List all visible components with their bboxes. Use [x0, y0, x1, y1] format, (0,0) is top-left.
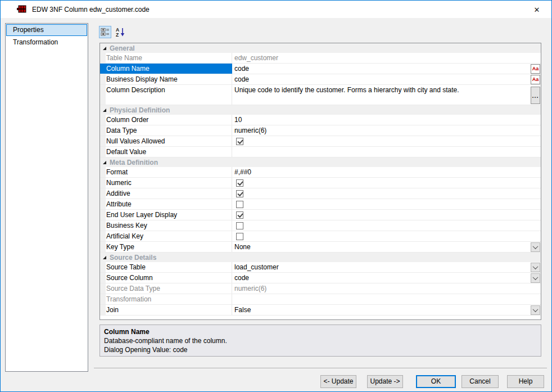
- app-icon: [17, 5, 26, 13]
- dropdown-button[interactable]: [531, 242, 540, 252]
- property-value[interactable]: False: [234, 306, 253, 314]
- help-button[interactable]: Help: [507, 375, 544, 388]
- property-row: Source Columncode: [100, 273, 541, 283]
- property-value-cell[interactable]: numeric(6): [232, 125, 541, 136]
- checkbox-checked[interactable]: [236, 211, 243, 219]
- tab-transformation[interactable]: Transformation: [6, 37, 87, 48]
- property-value-cell[interactable]: False: [232, 305, 541, 315]
- property-value-cell[interactable]: None: [232, 242, 541, 252]
- property-value-cell[interactable]: [232, 136, 541, 146]
- property-label[interactable]: Join: [106, 305, 232, 315]
- property-value-cell[interactable]: codeAa: [232, 64, 541, 74]
- property-value-cell[interactable]: edw_customer: [232, 53, 541, 63]
- close-icon[interactable]: ✕: [531, 4, 542, 15]
- property-label[interactable]: End User Layer Display: [106, 210, 232, 220]
- row-indent-strip: [100, 262, 106, 272]
- property-label[interactable]: Column Name: [106, 64, 232, 74]
- rename-aa-button[interactable]: Aa: [531, 75, 540, 84]
- property-row: Source Data Typenumeric(6): [100, 283, 541, 294]
- property-row: Table Nameedw_customer: [100, 53, 541, 64]
- property-value[interactable]: code: [234, 274, 251, 282]
- property-value[interactable]: load_customer: [234, 263, 281, 271]
- property-label[interactable]: Business Display Name: [106, 74, 232, 84]
- row-indent-strip: [100, 294, 106, 304]
- property-value-cell[interactable]: numeric(6): [232, 283, 541, 294]
- property-value[interactable]: #,##0: [234, 168, 254, 176]
- property-row: Column NamecodeAa: [100, 64, 541, 74]
- property-value-cell[interactable]: load_customer: [232, 262, 541, 272]
- property-label[interactable]: Source Column: [106, 273, 232, 283]
- dropdown-button[interactable]: [531, 273, 540, 283]
- property-row: Format#,##0: [100, 167, 541, 178]
- property-value-cell[interactable]: codeAa: [232, 74, 541, 84]
- property-value-cell[interactable]: [232, 147, 541, 157]
- property-value-cell[interactable]: #,##0: [232, 167, 541, 177]
- ellipsis-button[interactable]: ...: [531, 87, 540, 104]
- category-row[interactable]: General: [100, 43, 541, 53]
- property-label[interactable]: Numeric: [106, 178, 232, 188]
- property-label[interactable]: Table Name: [106, 53, 232, 63]
- property-label[interactable]: Business Key: [106, 220, 232, 231]
- checkbox-checked[interactable]: [236, 138, 243, 145]
- dropdown-button[interactable]: [531, 305, 540, 315]
- property-value[interactable]: numeric(6): [234, 285, 269, 292]
- property-label[interactable]: Source Table: [106, 262, 232, 272]
- categorized-view-button[interactable]: [99, 26, 111, 38]
- property-value[interactable]: None: [234, 243, 253, 251]
- category-row[interactable]: Source Details: [100, 253, 541, 262]
- category-row[interactable]: Meta Definition: [100, 157, 541, 167]
- checkbox-unchecked[interactable]: [236, 222, 243, 229]
- dropdown-button[interactable]: [531, 263, 540, 272]
- collapse-triangle-icon[interactable]: [103, 47, 106, 50]
- category-row[interactable]: Physical Definition: [100, 105, 541, 115]
- footer-separator: [94, 368, 547, 369]
- property-value-cell[interactable]: 10: [232, 115, 541, 125]
- property-label[interactable]: Data Type: [106, 125, 232, 136]
- checkbox-checked[interactable]: [236, 179, 243, 187]
- property-value-cell[interactable]: [232, 178, 541, 188]
- checkbox-unchecked[interactable]: [236, 233, 243, 240]
- collapse-triangle-icon[interactable]: [103, 109, 106, 112]
- collapse-triangle-icon[interactable]: [103, 256, 106, 259]
- property-value-cell[interactable]: [232, 220, 541, 231]
- property-value-cell[interactable]: [232, 231, 541, 241]
- update-right-button[interactable]: Update ->: [367, 375, 403, 388]
- property-value[interactable]: Unique code to identify the customer. Fo…: [234, 86, 461, 94]
- checkbox-checked[interactable]: [236, 190, 243, 197]
- row-indent-strip: [100, 220, 106, 231]
- property-value-cell[interactable]: code: [232, 273, 541, 283]
- property-value[interactable]: code: [234, 75, 251, 83]
- update-left-button[interactable]: <- Update: [320, 375, 356, 388]
- ok-button[interactable]: OK: [416, 375, 456, 388]
- property-label[interactable]: Attribute: [106, 199, 232, 209]
- property-label[interactable]: Default Value: [106, 147, 232, 157]
- property-label[interactable]: Additive: [106, 188, 232, 199]
- property-value[interactable]: edw_customer: [234, 54, 280, 62]
- property-row: Source Tableload_customer: [100, 262, 541, 273]
- property-value[interactable]: 10: [234, 116, 244, 124]
- property-label[interactable]: Column Order: [106, 115, 232, 125]
- cancel-button[interactable]: Cancel: [461, 375, 499, 388]
- property-value-cell[interactable]: [232, 210, 541, 220]
- property-label[interactable]: Key Type: [106, 242, 232, 252]
- help-line: Database-compliant name of the column.: [104, 336, 537, 345]
- property-value[interactable]: numeric(6): [234, 127, 269, 134]
- rename-aa-button[interactable]: Aa: [531, 64, 540, 74]
- dialog-window: EDW 3NF Column edw_customer.code ✕ Prope…: [0, 0, 552, 392]
- alphabetical-sort-button[interactable]: A Z: [114, 26, 126, 38]
- property-value-cell[interactable]: Unique code to identify the customer. Fo…: [232, 85, 541, 105]
- property-value[interactable]: code: [234, 65, 251, 73]
- property-value-cell[interactable]: [232, 199, 541, 209]
- checkbox-unchecked[interactable]: [236, 201, 243, 208]
- tab-properties[interactable]: Properties: [6, 24, 87, 36]
- property-label[interactable]: Column Description: [106, 85, 232, 105]
- property-row: Null Values Allowed: [100, 136, 541, 147]
- property-value-cell[interactable]: [232, 294, 541, 304]
- property-label[interactable]: Null Values Allowed: [106, 136, 232, 146]
- property-label[interactable]: Artificial Key: [106, 231, 232, 241]
- property-value-cell[interactable]: [232, 188, 541, 199]
- property-label[interactable]: Format: [106, 167, 232, 177]
- property-label[interactable]: Transformation: [106, 294, 232, 304]
- property-label[interactable]: Source Data Type: [106, 283, 232, 294]
- collapse-triangle-icon[interactable]: [103, 161, 106, 164]
